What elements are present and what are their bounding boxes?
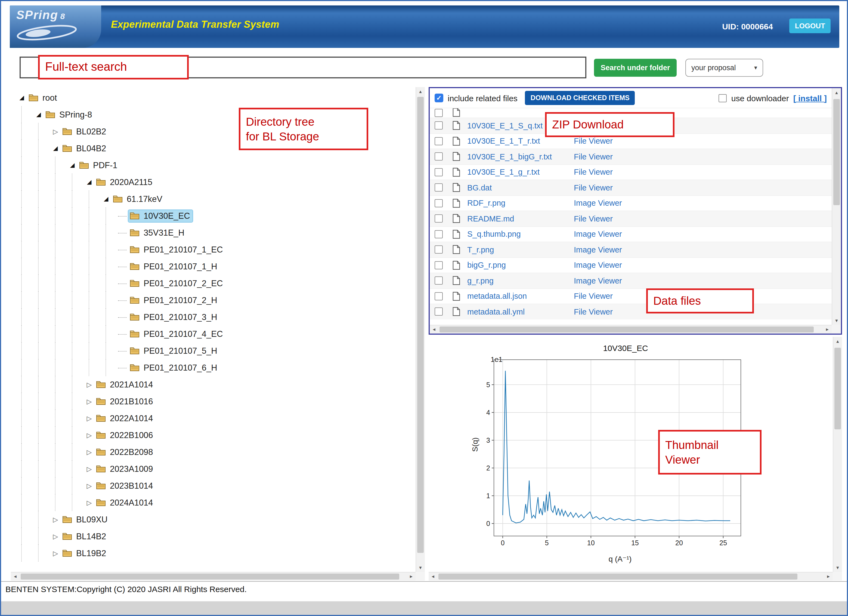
collapse-toggle-icon[interactable]: ◢ <box>50 145 61 152</box>
tree-node-pe01-210107-1-ec[interactable]: PE01_210107_1_EC <box>11 241 415 258</box>
scroll-left-icon[interactable]: ◄ <box>11 573 19 580</box>
file-checkbox[interactable] <box>434 308 443 316</box>
tree-node-pe01-210107-2-h[interactable]: PE01_210107_2_H <box>11 292 415 309</box>
scroll-left-icon[interactable]: ◄ <box>428 573 437 580</box>
tree-node-bl19b2[interactable]: ▷BL19B2 <box>11 545 415 562</box>
file-name-link[interactable]: bigG_r.png <box>467 261 574 270</box>
include-related-checkbox[interactable]: ✓ <box>434 94 443 102</box>
expand-toggle-icon[interactable]: ▷ <box>84 431 95 439</box>
tree-node-2021b1016[interactable]: ▷2021B1016 <box>11 393 415 410</box>
file-checkbox[interactable] <box>434 122 443 130</box>
scroll-down-icon[interactable]: ▼ <box>832 316 841 325</box>
file-viewer-link[interactable]: Image Viewer <box>574 261 622 270</box>
file-checkbox[interactable] <box>434 230 443 238</box>
collapse-toggle-icon[interactable]: ◢ <box>16 94 27 101</box>
tree-node-pe01-210107-3-h[interactable]: PE01_210107_3_H <box>11 309 415 325</box>
file-checkbox[interactable] <box>434 292 443 300</box>
file-checkbox[interactable] <box>434 109 443 117</box>
tree-node-2022b2098[interactable]: ▷2022B2098 <box>11 444 415 460</box>
file-viewer-link[interactable]: Image Viewer <box>574 199 622 208</box>
scrollbar-thumb[interactable] <box>835 348 841 429</box>
download-checked-items-button[interactable]: DOWNLOAD CHECKED ITEMS <box>525 91 635 105</box>
scroll-up-icon[interactable]: ▲ <box>833 337 842 346</box>
file-name-link[interactable]: metadata.all.yml <box>467 307 574 316</box>
file-viewer-link[interactable]: File Viewer <box>574 214 613 223</box>
search-under-folder-button[interactable]: Search under folder <box>594 59 677 77</box>
file-viewer-link[interactable]: Image Viewer <box>574 276 622 285</box>
files-vertical-scrollbar[interactable]: ▲ ▼ <box>832 88 841 325</box>
file-viewer-link[interactable]: File Viewer <box>574 292 613 301</box>
file-name-link[interactable]: BG.dat <box>467 183 574 192</box>
scroll-down-icon[interactable]: ▼ <box>416 563 425 572</box>
scrollbar-thumb[interactable] <box>439 327 814 332</box>
file-name-link[interactable]: README.md <box>467 214 574 223</box>
file-name-link[interactable]: 10V30E_E_1_T_r.txt <box>467 137 574 145</box>
file-checkbox[interactable] <box>434 137 443 145</box>
proposal-dropdown[interactable]: your proposal ▾ <box>685 59 763 77</box>
scrollbar-thumb[interactable] <box>417 97 424 553</box>
file-checkbox[interactable] <box>434 261 443 269</box>
tree-node-pe01-210107-1-h[interactable]: PE01_210107_1_H <box>11 258 415 275</box>
tree-node-pe01-210107-4-ec[interactable]: PE01_210107_4_EC <box>11 325 415 342</box>
file-checkbox[interactable] <box>434 277 443 285</box>
scroll-up-icon[interactable]: ▲ <box>832 88 841 97</box>
tree-node-2020a2115[interactable]: ◢2020A2115 <box>11 174 415 190</box>
tree-node-root[interactable]: ◢root <box>11 89 415 106</box>
scroll-up-icon[interactable]: ▲ <box>416 87 425 96</box>
tree-node-pe01-210107-5-h[interactable]: PE01_210107_5_H <box>11 342 415 359</box>
file-viewer-link[interactable]: File Viewer <box>574 152 613 161</box>
expand-toggle-icon[interactable]: ▷ <box>50 549 61 557</box>
tree-node-bl14b2[interactable]: ▷BL14B2 <box>11 528 415 545</box>
file-viewer-link[interactable]: Image Viewer <box>574 230 622 239</box>
expand-toggle-icon[interactable]: ▷ <box>50 533 61 540</box>
scroll-right-icon[interactable]: ► <box>823 325 832 334</box>
use-downloader-checkbox[interactable] <box>719 94 727 102</box>
file-name-link[interactable]: RDF_r.png <box>467 199 574 208</box>
tree-node-2023b1014[interactable]: ▷2023B1014 <box>11 477 415 494</box>
files-horizontal-scrollbar[interactable]: ◄ ► <box>430 325 832 334</box>
thumbnail-horizontal-scrollbar[interactable]: ◄ ► <box>428 572 833 580</box>
file-checkbox[interactable] <box>434 215 443 223</box>
file-viewer-link[interactable]: File Viewer <box>574 168 613 177</box>
tree-node-61-17kev[interactable]: ◢61.17keV <box>11 190 415 207</box>
collapse-toggle-icon[interactable]: ◢ <box>67 162 78 169</box>
expand-toggle-icon[interactable]: ▷ <box>84 381 95 388</box>
expand-toggle-icon[interactable]: ▷ <box>84 414 95 422</box>
logout-button[interactable]: LOGOUT <box>790 18 830 33</box>
scroll-left-icon[interactable]: ◄ <box>430 325 439 334</box>
collapse-toggle-icon[interactable]: ◢ <box>33 111 44 118</box>
tree-vertical-scrollbar[interactable]: ▲ ▼ <box>415 87 425 572</box>
file-name-link[interactable]: T_r.png <box>467 245 574 254</box>
tree-node-2022a1014[interactable]: ▷2022A1014 <box>11 410 415 427</box>
expand-toggle-icon[interactable]: ▷ <box>84 398 95 405</box>
tree-node-2024a1014[interactable]: ▷2024A1014 <box>11 494 415 511</box>
file-viewer-link[interactable]: Image Viewer <box>574 245 622 254</box>
tree-node-2021a1014[interactable]: ▷2021A1014 <box>11 376 415 393</box>
file-checkbox[interactable] <box>434 184 443 192</box>
scroll-right-icon[interactable]: ► <box>824 573 833 580</box>
file-name-link[interactable]: S_q.thumb.png <box>467 230 574 239</box>
tree-node-2023a1009[interactable]: ▷2023A1009 <box>11 460 415 477</box>
expand-toggle-icon[interactable]: ▷ <box>84 465 95 473</box>
expand-toggle-icon[interactable]: ▷ <box>84 499 95 506</box>
tree-node-pe01-210107-2-ec[interactable]: PE01_210107_2_EC <box>11 275 415 292</box>
thumbnail-vertical-scrollbar[interactable]: ▲ ▼ <box>833 337 842 572</box>
file-name-link[interactable]: metadata.all.json <box>467 292 574 301</box>
file-viewer-link[interactable]: File Viewer <box>574 307 613 316</box>
expand-toggle-icon[interactable]: ▷ <box>50 516 61 523</box>
scrollbar-thumb[interactable] <box>833 99 840 205</box>
scroll-right-icon[interactable]: ► <box>407 573 415 580</box>
scrollbar-thumb[interactable] <box>21 574 399 580</box>
scrollbar-thumb[interactable] <box>439 574 798 580</box>
tree-node-bl09xu[interactable]: ▷BL09XU <box>11 511 415 528</box>
tree-horizontal-scrollbar[interactable]: ◄ ► <box>11 572 415 580</box>
tree-node-10v30e-ec[interactable]: 10V30E_EC <box>11 207 415 224</box>
file-name-link[interactable]: 10V30E_E_1_g_r.txt <box>467 168 574 177</box>
collapse-toggle-icon[interactable]: ◢ <box>101 195 111 202</box>
install-link[interactable]: [ install ] <box>793 94 827 102</box>
collapse-toggle-icon[interactable]: ◢ <box>84 178 95 186</box>
file-name-link[interactable]: 10V30E_E_1_bigG_r.txt <box>467 152 574 161</box>
tree-node-pe01-210107-6-h[interactable]: PE01_210107_6_H <box>11 359 415 376</box>
tree-node-2022b1006[interactable]: ▷2022B1006 <box>11 427 415 444</box>
expand-toggle-icon[interactable]: ▷ <box>84 448 95 456</box>
